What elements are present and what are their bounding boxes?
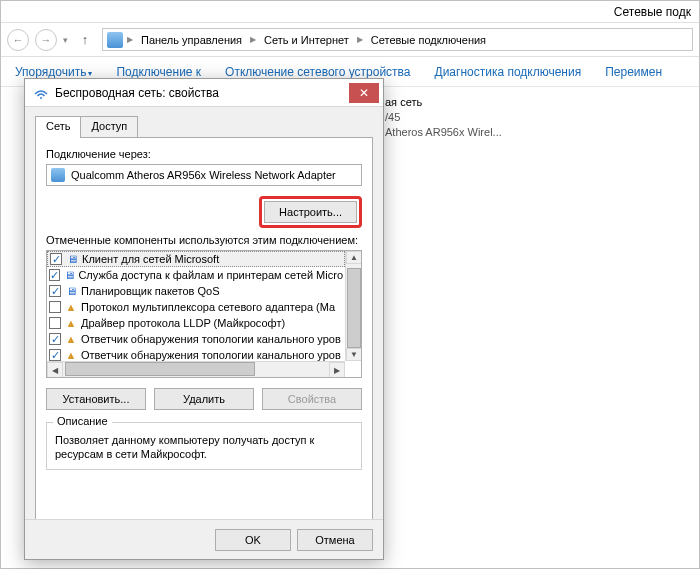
wifi-icon	[33, 85, 49, 101]
rename-button[interactable]: Переимен	[605, 65, 662, 79]
svg-point-0	[40, 97, 42, 99]
component-label: Планировщик пакетов QoS	[81, 285, 220, 297]
component-icon: 🖥	[65, 252, 79, 266]
description-legend: Описание	[53, 415, 112, 427]
dialog-titlebar[interactable]: Беспроводная сеть: свойства ✕	[25, 79, 383, 107]
address-bar[interactable]: ▶ Панель управления ▶ Сеть и Интернет ▶ …	[102, 28, 693, 51]
component-label: Драйвер протокола LLDP (Майкрософт)	[81, 317, 285, 329]
back-button[interactable]: ←	[7, 29, 29, 51]
component-icon: 🖥	[63, 268, 75, 282]
history-dropdown[interactable]: ▾	[63, 35, 68, 45]
scroll-thumb[interactable]	[65, 362, 255, 376]
description-group: Описание Позволяет данному компьютеру по…	[46, 422, 362, 470]
tab-panel: Подключение через: Qualcomm Atheros AR95…	[35, 137, 373, 533]
ok-button[interactable]: OK	[215, 529, 291, 551]
window-title: Сетевые подк	[1, 1, 699, 23]
list-item[interactable]: ▲Ответчик обнаружения топологии канально…	[47, 331, 345, 347]
checkbox[interactable]	[49, 349, 61, 361]
uninstall-button[interactable]: Удалить	[154, 388, 254, 410]
list-item[interactable]: 🖥Клиент для сетей Microsoft	[47, 251, 345, 267]
connect-to-button[interactable]: Подключение к	[116, 65, 201, 79]
adapter-field[interactable]: Qualcomm Atheros AR956x Wireless Network…	[46, 164, 362, 186]
connect-via-label: Подключение через:	[46, 148, 362, 160]
checkbox[interactable]	[49, 333, 61, 345]
checkbox[interactable]	[49, 301, 61, 313]
dialog-body: Сеть Доступ Подключение через: Qualcomm …	[25, 107, 383, 533]
component-icon: ▲	[64, 316, 78, 330]
tab-network[interactable]: Сеть	[35, 116, 81, 138]
connection-adapter: Atheros AR956x Wirel...	[385, 125, 617, 140]
install-button[interactable]: Установить...	[46, 388, 146, 410]
chevron-right-icon: ▶	[248, 35, 258, 44]
breadcrumb[interactable]: Сетевые подключения	[367, 34, 490, 46]
tab-strip: Сеть Доступ	[35, 116, 373, 138]
scroll-down-icon[interactable]: ▼	[346, 348, 362, 361]
scroll-up-icon[interactable]: ▲	[346, 251, 362, 264]
adapter-icon	[51, 168, 65, 182]
diagnose-button[interactable]: Диагностика подключения	[435, 65, 582, 79]
up-button[interactable]: ↑	[74, 29, 96, 51]
component-label: Ответчик обнаружения топологии канальног…	[81, 333, 341, 345]
location-icon	[107, 32, 123, 48]
component-icon: 🖥	[64, 284, 78, 298]
forward-button[interactable]: →	[35, 29, 57, 51]
checkbox[interactable]	[50, 253, 62, 265]
chevron-right-icon: ▶	[125, 35, 135, 44]
breadcrumb[interactable]: Сеть и Интернет	[260, 34, 353, 46]
highlight-annotation: Настроить...	[259, 196, 362, 228]
adapter-name: Qualcomm Atheros AR956x Wireless Network…	[71, 169, 336, 181]
list-item[interactable]: ▲Драйвер протокола LLDP (Майкрософт)	[47, 315, 345, 331]
nav-row: ← → ▾ ↑ ▶ Панель управления ▶ Сеть и Инт…	[1, 23, 699, 57]
dialog-footer: OK Отмена	[25, 519, 383, 559]
list-item[interactable]: ▲Ответчик обнаружения топологии канально…	[47, 347, 345, 361]
components-list: 🖥Клиент для сетей Microsoft🖥Служба досту…	[46, 250, 362, 378]
properties-dialog: Беспроводная сеть: свойства ✕ Сеть Досту…	[24, 78, 384, 560]
scroll-left-icon[interactable]: ◀	[47, 362, 63, 378]
chevron-right-icon: ▶	[355, 35, 365, 44]
dialog-title: Беспроводная сеть: свойства	[55, 86, 219, 100]
cancel-button[interactable]: Отмена	[297, 529, 373, 551]
disable-device-button[interactable]: Отключение сетевого устройства	[225, 65, 410, 79]
checkbox[interactable]	[49, 285, 61, 297]
tab-access[interactable]: Доступ	[80, 116, 138, 138]
component-buttons: Установить... Удалить Свойства	[46, 388, 362, 410]
network-connection-item[interactable]: ая сеть /45 Atheros AR956x Wirel...	[381, 91, 621, 144]
component-label: Ответчик обнаружения топологии канальног…	[81, 349, 341, 361]
components-label: Отмеченные компоненты используются этим …	[46, 234, 362, 246]
component-label: Служба доступа к файлам и принтерам сете…	[78, 269, 343, 281]
scroll-thumb[interactable]	[347, 268, 361, 348]
component-label: Клиент для сетей Microsoft	[82, 253, 219, 265]
organize-menu[interactable]: Упорядочить▾	[15, 65, 92, 79]
component-icon: ▲	[64, 332, 78, 346]
scroll-right-icon[interactable]: ▶	[329, 362, 345, 378]
component-icon: ▲	[64, 300, 78, 314]
component-label: Протокол мультиплексора сетевого адаптер…	[81, 301, 335, 313]
properties-button[interactable]: Свойства	[262, 388, 362, 410]
component-icon: ▲	[64, 348, 78, 361]
breadcrumb[interactable]: Панель управления	[137, 34, 246, 46]
list-item[interactable]: 🖥Планировщик пакетов QoS	[47, 283, 345, 299]
connection-name: ая сеть	[385, 95, 617, 110]
checkbox[interactable]	[49, 269, 60, 281]
list-item[interactable]: 🖥Служба доступа к файлам и принтерам сет…	[47, 267, 345, 283]
description-text: Позволяет данному компьютеру получать до…	[55, 433, 353, 461]
list-item[interactable]: ▲Протокол мультиплексора сетевого адапте…	[47, 299, 345, 315]
horizontal-scrollbar[interactable]: ◀ ▶	[47, 361, 345, 377]
connection-status: /45	[385, 110, 617, 125]
close-button[interactable]: ✕	[349, 83, 379, 103]
vertical-scrollbar[interactable]: ▲ ▼	[345, 251, 361, 361]
configure-button[interactable]: Настроить...	[264, 201, 357, 223]
checkbox[interactable]	[49, 317, 61, 329]
